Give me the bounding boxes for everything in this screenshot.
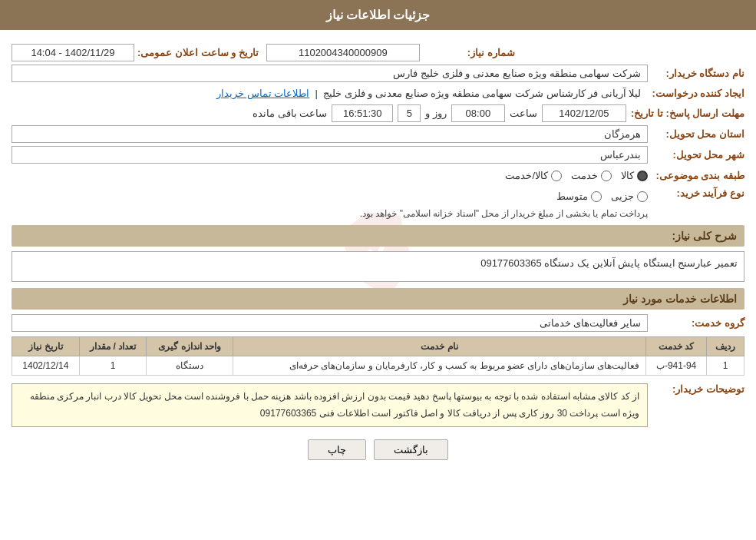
- cell-date: 1402/12/14: [12, 356, 80, 376]
- description-value: تعمیر عبارسنج ایستگاه پایش آنلاین یک دست…: [12, 251, 744, 282]
- category-khedmat-radio[interactable]: [601, 171, 612, 181]
- send-date-value: 1402/12/05: [542, 104, 626, 122]
- col-date: تاریخ نیاز: [12, 337, 80, 356]
- cell-service-code: 941-94-ب: [646, 356, 707, 376]
- category-kala-khedmat[interactable]: کالا/خدمت: [505, 170, 562, 181]
- province-label: استان محل تحویل:: [652, 128, 744, 140]
- category-kala-khedmat-radio[interactable]: [551, 171, 562, 181]
- process-jozyi[interactable]: جزیی: [611, 190, 648, 202]
- send-remaining-label: ساعت باقی مانده: [253, 108, 327, 119]
- send-days-value: 5: [398, 104, 421, 122]
- col-unit: واحد اندازه گیری: [147, 337, 233, 356]
- send-days-label: روز و: [425, 108, 447, 119]
- date-announce-label: تاریخ و ساعت اعلان عمومی:: [137, 47, 259, 58]
- cell-row-num: 1: [707, 356, 744, 376]
- need-number-value: 1102004340000909: [266, 44, 420, 61]
- category-options: کالا خدمت کالا/خدمت: [505, 170, 648, 181]
- process-motavasset-radio[interactable]: [591, 191, 602, 202]
- category-label: طبقه بندی موضوعی:: [652, 170, 744, 181]
- cell-unit: دستگاه: [147, 356, 233, 376]
- col-row-num: ردیف: [707, 337, 744, 356]
- cell-service-name: فعالیت‌های سازمان‌های دارای عضو مربوط به…: [233, 356, 645, 376]
- category-kala[interactable]: کالا: [621, 170, 648, 181]
- description-section-title: شرح کلی نیاز:: [12, 225, 744, 247]
- service-group-label: گروه خدمت:: [652, 317, 744, 329]
- page-title: جزئیات اطلاعات نیاز: [326, 8, 431, 22]
- buyer-notes-label: توضیحات خریدار:: [652, 380, 744, 395]
- send-time-value: 08:00: [451, 104, 505, 122]
- col-service-code: کد خدمت: [646, 337, 707, 356]
- category-khedmat[interactable]: خدمت: [571, 170, 612, 181]
- table-row: 1 941-94-ب فعالیت‌های سازمان‌های دارای ع…: [12, 356, 744, 376]
- creator-contact-link[interactable]: اطلاعات تماس خریدار: [216, 88, 309, 99]
- creator-value: لیلا آریانی فر کارشناس شرکت سهامی منطقه …: [12, 85, 647, 101]
- services-section-title: اطلاعات خدمات مورد نیاز: [12, 288, 744, 310]
- send-remaining-value: 16:51:30: [332, 104, 393, 122]
- date-announce-value: 1402/11/29 - 14:04: [12, 44, 134, 61]
- back-button[interactable]: بازگشت: [374, 439, 448, 460]
- city-label: شهر محل تحویل:: [652, 149, 744, 161]
- process-note: پرداخت تمام یا بخشی از مبلغ خریدار از مح…: [12, 208, 648, 219]
- cell-quantity: 1: [79, 356, 147, 376]
- services-table: ردیف کد خدمت نام خدمت واحد اندازه گیری ت…: [12, 336, 744, 376]
- requester-label: نام دستگاه خریدار:: [652, 68, 744, 79]
- process-jozyi-radio[interactable]: [637, 191, 648, 202]
- print-button[interactable]: چاپ: [308, 439, 366, 460]
- send-date-label: مهلت ارسال پاسخ: تا تاریخ:: [631, 108, 744, 119]
- col-quantity: تعداد / مقدار: [79, 337, 147, 356]
- service-group-value: سایر فعالیت‌های خدماتی: [12, 314, 648, 332]
- send-time-label: ساعت: [510, 108, 537, 119]
- requester-value: شرکت سهامی منطقه ویژه صنایع معدنی و فلزی…: [12, 65, 648, 82]
- need-number-label: شماره نیاز:: [423, 47, 515, 58]
- process-label: نوع فرآیند خرید:: [652, 187, 744, 199]
- col-service-name: نام خدمت: [233, 337, 645, 356]
- page-header: جزئیات اطلاعات نیاز: [0, 0, 756, 30]
- category-kala-radio[interactable]: [637, 171, 648, 181]
- city-value: بندرعباس: [12, 146, 648, 164]
- creator-label: ایجاد کننده درخواست:: [652, 88, 744, 99]
- province-value: هرمزگان: [12, 125, 648, 143]
- process-motavasset[interactable]: متوسط: [556, 190, 602, 202]
- action-buttons: بازگشت چاپ: [12, 439, 744, 460]
- buyer-notes-value: از کد کالای مشابه استفاده شده با توجه به…: [12, 383, 648, 427]
